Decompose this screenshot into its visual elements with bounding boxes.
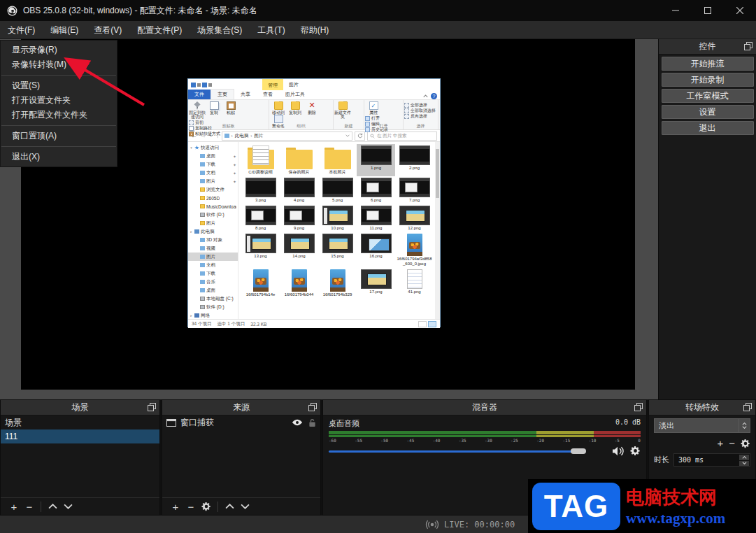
popout-icon[interactable] bbox=[634, 403, 643, 411]
ribbon-button[interactable]: 属性 bbox=[365, 101, 382, 115]
popout-icon[interactable] bbox=[744, 42, 753, 50]
ribbon-button[interactable]: 复制到 bbox=[287, 101, 304, 115]
file-menu-item-4[interactable]: 打开设置文件夹 bbox=[1, 93, 117, 108]
file-item-11[interactable]: 9.png bbox=[280, 204, 318, 232]
explorer-quick-access-toolbar[interactable] bbox=[191, 83, 212, 87]
tree-caret-icon[interactable]: ▸ bbox=[190, 229, 193, 234]
menubar-item-4[interactable]: 场景集合(S) bbox=[190, 21, 250, 39]
control-button-4[interactable]: 退出 bbox=[662, 121, 754, 135]
add-transition-icon[interactable]: + bbox=[717, 437, 723, 449]
remove-icon[interactable]: − bbox=[22, 501, 37, 513]
tree-item-16[interactable]: 音乐 bbox=[188, 278, 238, 286]
file-item-17[interactable]: 15.png bbox=[318, 232, 357, 268]
ribbon-small-button[interactable]: 全部取消选择 bbox=[404, 108, 436, 113]
file-item-0[interactable]: C/D调整说明 bbox=[241, 144, 280, 176]
file-item-21[interactable]: 16f601794b044 bbox=[280, 268, 318, 299]
tree-item-0[interactable]: ▾快速访问 bbox=[188, 143, 238, 152]
menubar-item-0[interactable]: 文件(F) bbox=[0, 21, 43, 39]
file-item-6[interactable]: 4.png bbox=[280, 176, 318, 204]
control-button-1[interactable]: 开始录制 bbox=[662, 73, 754, 87]
menubar-item-3[interactable]: 配置文件(P) bbox=[129, 21, 190, 39]
speaker-icon[interactable] bbox=[612, 446, 625, 456]
breadcrumb-pictures[interactable]: 图片 bbox=[254, 133, 263, 139]
up-icon[interactable] bbox=[45, 504, 60, 509]
popout-icon[interactable] bbox=[743, 403, 752, 411]
popout-icon[interactable] bbox=[148, 403, 156, 411]
control-button-0[interactable]: 开始推流 bbox=[662, 57, 754, 71]
gear-icon[interactable] bbox=[199, 502, 214, 511]
volume-slider[interactable] bbox=[329, 447, 601, 455]
refresh-button[interactable] bbox=[355, 132, 365, 141]
file-item-10[interactable]: 8.png bbox=[241, 204, 280, 232]
breadcrumb[interactable]: › 此电脑 › 图片 bbox=[222, 132, 353, 141]
ribbon-small-button[interactable]: 打开 bbox=[365, 116, 388, 121]
transition-select[interactable]: 淡出 bbox=[654, 418, 750, 433]
menubar-item-6[interactable]: 帮助(H) bbox=[293, 21, 337, 39]
down-icon[interactable] bbox=[237, 504, 252, 509]
file-item-24[interactable]: 41.png bbox=[395, 268, 434, 299]
popout-icon[interactable] bbox=[308, 403, 317, 411]
tree-caret-icon[interactable]: ▾ bbox=[190, 145, 193, 150]
ribbon-small-button[interactable]: 粘贴快捷方式 bbox=[189, 132, 220, 136]
duration-down-icon[interactable] bbox=[739, 461, 749, 467]
scene-item-1[interactable]: 111 bbox=[1, 429, 159, 443]
ribbon-tab-0[interactable]: 文件 bbox=[188, 90, 211, 99]
ribbon-tab-4[interactable]: 图片工具 bbox=[279, 90, 311, 99]
tree-item-19[interactable]: 软件 (D:) bbox=[188, 303, 238, 311]
file-item-20[interactable]: 16f601794b14e bbox=[241, 268, 280, 299]
tree-item-15[interactable]: 下载 bbox=[188, 269, 238, 278]
control-button-2[interactable]: 工作室模式 bbox=[662, 89, 754, 103]
file-item-22[interactable]: 16f601794b329 bbox=[318, 268, 357, 299]
tree-item-7[interactable]: MusicDownload1 bbox=[188, 202, 238, 211]
lock-icon[interactable] bbox=[308, 418, 316, 427]
search-input[interactable]: 在 图片 中搜索 bbox=[367, 132, 437, 141]
tree-item-6[interactable]: 2605D bbox=[188, 194, 238, 202]
view-thumbnails-button[interactable] bbox=[428, 321, 436, 327]
tree-item-9[interactable]: 图片 bbox=[188, 219, 238, 227]
tree-item-11[interactable]: 3D 对象 bbox=[188, 236, 238, 244]
file-menu-item-5[interactable]: 打开配置文件文件夹 bbox=[1, 108, 117, 122]
up-icon[interactable] bbox=[222, 504, 237, 509]
tree-item-17[interactable]: 桌面 bbox=[188, 286, 238, 294]
ribbon-small-button[interactable]: 反向选择 bbox=[404, 114, 436, 119]
maximize-button[interactable] bbox=[692, 0, 724, 21]
file-item-14[interactable]: 12.png bbox=[395, 204, 434, 232]
source-item-window-capture[interactable]: 窗口捕获 bbox=[162, 415, 320, 429]
remove-transition-icon[interactable]: − bbox=[729, 437, 735, 449]
explorer-scrollbar[interactable] bbox=[435, 142, 440, 319]
mixer-gear-icon[interactable] bbox=[630, 446, 641, 456]
ribbon-tab-1[interactable]: 主页 bbox=[211, 89, 234, 99]
transition-select-arrows[interactable] bbox=[739, 419, 750, 432]
file-item-16[interactable]: 14.png bbox=[280, 232, 318, 268]
ribbon-tab-2[interactable]: 共享 bbox=[234, 90, 257, 99]
file-item-5[interactable]: 3.png bbox=[241, 176, 280, 204]
ribbon-tab-3[interactable]: 查看 bbox=[257, 90, 279, 99]
help-icon[interactable]: ? bbox=[431, 93, 437, 99]
tree-item-18[interactable]: 本地磁盘 (C:) bbox=[188, 294, 238, 303]
file-menu-item-3[interactable]: 设置(S) bbox=[1, 78, 117, 93]
breadcrumb-this-pc[interactable]: 此电脑 bbox=[235, 133, 249, 139]
file-item-9[interactable]: 7.png bbox=[395, 176, 434, 204]
menubar-item-2[interactable]: 查看(V) bbox=[86, 21, 129, 39]
file-item-23[interactable]: 17.png bbox=[357, 268, 395, 299]
file-item-15[interactable]: 13.png bbox=[241, 232, 280, 268]
file-item-18[interactable]: 16.png bbox=[357, 232, 395, 268]
visibility-eye-icon[interactable] bbox=[292, 419, 303, 426]
file-item-2[interactable]: 本机照片 bbox=[318, 144, 357, 176]
control-button-3[interactable]: 设置 bbox=[662, 105, 754, 119]
tree-item-10[interactable]: ▸此电脑 bbox=[188, 227, 238, 236]
ribbon-button[interactable]: 复制 bbox=[206, 101, 222, 119]
ribbon-button[interactable]: 粘贴 bbox=[222, 101, 239, 119]
ribbon-button[interactable]: ✕删除 bbox=[304, 101, 320, 115]
menubar-item-1[interactable]: 编辑(E) bbox=[43, 21, 86, 39]
file-item-19[interactable]: 16f601794af3d858_600_0.jpeg bbox=[395, 232, 434, 268]
tree-item-14[interactable]: 文档 bbox=[188, 261, 238, 269]
tree-item-5[interactable]: 浏览文件 bbox=[188, 185, 238, 194]
ribbon-small-button[interactable]: 全部选择 bbox=[404, 103, 436, 108]
scene-item-0[interactable]: 场景 bbox=[1, 415, 159, 429]
file-item-8[interactable]: 6.png bbox=[357, 176, 395, 204]
file-menu-item-7[interactable]: 窗口置顶(A) bbox=[1, 129, 117, 143]
tree-item-13[interactable]: 图片 bbox=[188, 253, 238, 261]
transition-gear-icon[interactable] bbox=[741, 439, 750, 448]
add-icon[interactable]: + bbox=[6, 501, 22, 513]
